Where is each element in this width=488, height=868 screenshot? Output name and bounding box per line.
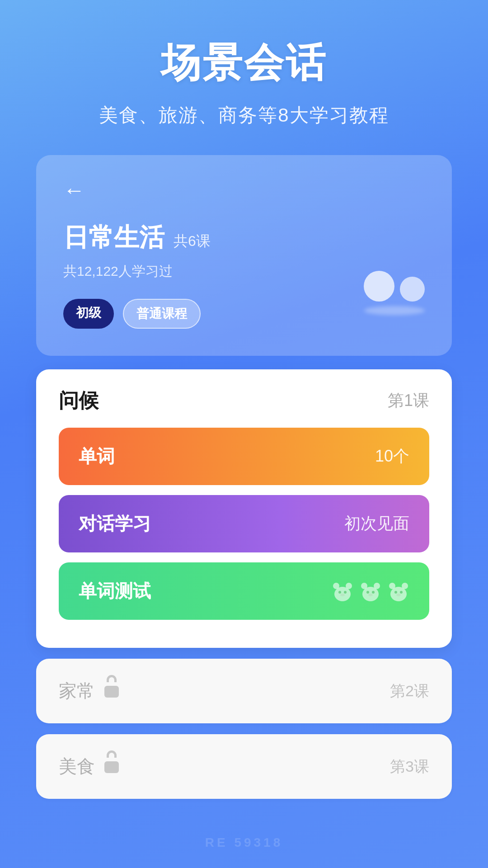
lesson-card-3: 美食 第3课 [36,734,452,799]
svg-point-15 [394,591,397,594]
deco-dots [364,271,425,302]
lesson-3-number: 第3课 [390,756,429,777]
tag-row: 初级 普通课程 [63,299,425,329]
dialog-label: 对话学习 [79,511,151,536]
vocab-test-button[interactable]: 单词测试 [59,562,429,620]
deco-dot-small [400,277,425,302]
bear-icon-2 [360,580,381,602]
svg-point-11 [368,594,373,596]
bear-icon-1 [332,580,353,602]
lock-icon-2 [103,681,120,701]
watermark: RE 59318 [205,835,283,850]
lesson-1-name: 问候 [59,387,99,414]
page-subtitle: 美食、旅游、商务等8大学习教程 [27,103,461,128]
svg-point-3 [338,591,341,594]
page-title: 场景会话 [27,36,461,90]
header: 场景会话 美食、旅游、商务等8大学习教程 [0,0,488,142]
lesson-1-header: 问候 第1课 [59,387,429,414]
lesson-2-left: 家常 [59,679,120,703]
lesson-3-left: 美食 [59,754,120,779]
svg-point-9 [366,591,369,594]
vocab-label: 单词 [79,444,115,469]
course-panel: ← 日常生活 共6课 共12,122人学习过 初级 普通课程 [36,155,452,356]
deco-dot-reflect [364,306,425,315]
lock-body-2 [104,686,119,698]
bear-icons [332,580,409,602]
lesson-1-number: 第1课 [388,390,429,412]
course-title: 日常生活 [63,221,164,255]
back-button[interactable]: ← [63,178,85,203]
lesson-2-name: 家常 [59,679,95,703]
course-lesson-count: 共6课 [174,231,211,251]
tag-primary[interactable]: 初级 [63,299,114,329]
lesson-3-name: 美食 [59,754,95,779]
lock-body-3 [104,761,119,773]
deco-dot-big [364,271,394,302]
lesson-card-2: 家常 第2课 [36,659,452,723]
vocab-count: 10个 [375,445,409,467]
lesson-card-1: 问候 第1课 单词 10个 对话学习 初次见面 单词测试 [36,369,452,648]
lock-icon-3 [103,757,120,777]
lesson-2-number: 第2课 [390,681,429,702]
svg-point-17 [396,594,401,596]
vocab-button[interactable]: 单词 10个 [59,428,429,485]
page-wrapper: 场景会话 美食、旅游、商务等8大学习教程 ← 日常生活 共6课 共12,122人… [0,0,488,868]
svg-point-16 [400,591,403,594]
course-title-row: 日常生活 共6课 [63,221,425,255]
svg-point-10 [372,591,375,594]
svg-point-4 [344,591,347,594]
svg-point-5 [340,594,345,596]
lessons-container: 问候 第1课 单词 10个 对话学习 初次见面 单词测试 [36,369,452,799]
dialog-subtitle: 初次见面 [344,513,409,535]
lock-shackle-3 [107,750,117,758]
bear-icon-3 [388,580,409,602]
vocab-test-label: 单词测试 [79,579,151,604]
tag-outline[interactable]: 普通课程 [123,299,201,329]
dialog-button[interactable]: 对话学习 初次见面 [59,495,429,552]
lock-shackle-2 [107,675,117,682]
